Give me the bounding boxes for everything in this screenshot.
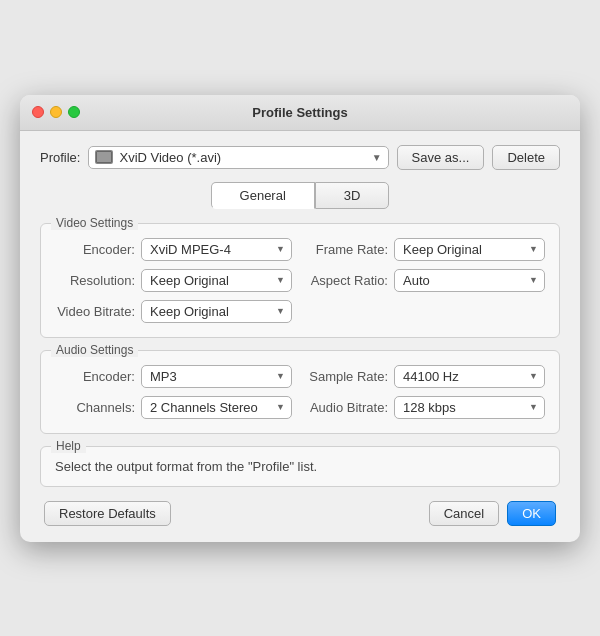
title-bar: Profile Settings — [20, 95, 580, 131]
maximize-button[interactable] — [68, 106, 80, 118]
encoder-row: Encoder: XviD MPEG-4 ▼ — [55, 238, 292, 261]
video-bitrate-label: Video Bitrate: — [55, 304, 135, 319]
save-as-button[interactable]: Save as... — [397, 145, 485, 170]
video-bitrate-row: Video Bitrate: Keep Original ▼ — [55, 300, 292, 323]
video-bitrate-select[interactable]: Keep Original ▼ — [141, 300, 292, 323]
audio-encoder-row: Encoder: MP3 ▼ — [55, 365, 292, 388]
minimize-button[interactable] — [50, 106, 62, 118]
channels-label: Channels: — [55, 400, 135, 415]
chevron-down-icon: ▼ — [372, 152, 382, 163]
tab-3d[interactable]: 3D — [315, 182, 390, 209]
video-bitrate-value: Keep Original — [150, 304, 272, 319]
channels-value: 2 Channels Stereo — [150, 400, 272, 415]
aspect-ratio-chevron-icon: ▼ — [529, 275, 538, 285]
audio-encoder-label: Encoder: — [55, 369, 135, 384]
resolution-row: Resolution: Keep Original ▼ — [55, 269, 292, 292]
audio-settings-section: Audio Settings Encoder: MP3 ▼ Sample Rat… — [40, 350, 560, 434]
frame-rate-row: Frame Rate: Keep Original ▼ — [308, 238, 545, 261]
frame-rate-value: Keep Original — [403, 242, 525, 257]
cancel-button[interactable]: Cancel — [429, 501, 499, 526]
audio-settings-grid: Encoder: MP3 ▼ Sample Rate: 44100 Hz ▼ C… — [55, 365, 545, 419]
profile-select[interactable]: XviD Video (*.avi) ▼ — [88, 146, 388, 169]
video-settings-grid: Encoder: XviD MPEG-4 ▼ Frame Rate: Keep … — [55, 238, 545, 323]
traffic-lights — [32, 106, 80, 118]
video-settings-title: Video Settings — [51, 216, 138, 230]
help-text: Select the output format from the "Profi… — [55, 459, 545, 474]
video-empty-cell — [308, 300, 545, 323]
help-section: Help Select the output format from the "… — [40, 446, 560, 487]
delete-button[interactable]: Delete — [492, 145, 560, 170]
window-title: Profile Settings — [252, 105, 347, 120]
aspect-ratio-select[interactable]: Auto ▼ — [394, 269, 545, 292]
tabs-row: General 3D — [40, 182, 560, 209]
bottom-right-buttons: Cancel OK — [429, 501, 556, 526]
audio-bitrate-chevron-icon: ▼ — [529, 402, 538, 412]
resolution-chevron-icon: ▼ — [276, 275, 285, 285]
frame-rate-select[interactable]: Keep Original ▼ — [394, 238, 545, 261]
audio-settings-title: Audio Settings — [51, 343, 138, 357]
profile-settings-window: Profile Settings Profile: XviD Video (*.… — [20, 95, 580, 542]
channels-row: Channels: 2 Channels Stereo ▼ — [55, 396, 292, 419]
profile-label: Profile: — [40, 150, 80, 165]
audio-bitrate-row: Audio Bitrate: 128 kbps ▼ — [308, 396, 545, 419]
video-bitrate-chevron-icon: ▼ — [276, 306, 285, 316]
content-area: Profile: XviD Video (*.avi) ▼ Save as...… — [20, 131, 580, 542]
sample-rate-label: Sample Rate: — [308, 369, 388, 384]
close-button[interactable] — [32, 106, 44, 118]
sample-rate-value: 44100 Hz — [403, 369, 525, 384]
aspect-ratio-value: Auto — [403, 273, 525, 288]
bottom-bar: Restore Defaults Cancel OK — [40, 501, 560, 526]
aspect-ratio-row: Aspect Ratio: Auto ▼ — [308, 269, 545, 292]
audio-encoder-value: MP3 — [150, 369, 272, 384]
video-settings-section: Video Settings Encoder: XviD MPEG-4 ▼ Fr… — [40, 223, 560, 338]
encoder-select[interactable]: XviD MPEG-4 ▼ — [141, 238, 292, 261]
audio-encoder-select[interactable]: MP3 ▼ — [141, 365, 292, 388]
frame-rate-chevron-icon: ▼ — [529, 244, 538, 254]
tab-general[interactable]: General — [211, 182, 315, 209]
sample-rate-select[interactable]: 44100 Hz ▼ — [394, 365, 545, 388]
aspect-ratio-label: Aspect Ratio: — [308, 273, 388, 288]
profile-value: XviD Video (*.avi) — [119, 150, 365, 165]
frame-rate-label: Frame Rate: — [308, 242, 388, 257]
resolution-label: Resolution: — [55, 273, 135, 288]
encoder-label: Encoder: — [55, 242, 135, 257]
resolution-value: Keep Original — [150, 273, 272, 288]
restore-defaults-button[interactable]: Restore Defaults — [44, 501, 171, 526]
encoder-chevron-icon: ▼ — [276, 244, 285, 254]
profile-row: Profile: XviD Video (*.avi) ▼ Save as...… — [40, 145, 560, 170]
sample-rate-row: Sample Rate: 44100 Hz ▼ — [308, 365, 545, 388]
resolution-select[interactable]: Keep Original ▼ — [141, 269, 292, 292]
audio-bitrate-value: 128 kbps — [403, 400, 525, 415]
profile-icon — [95, 150, 113, 164]
audio-bitrate-label: Audio Bitrate: — [308, 400, 388, 415]
channels-chevron-icon: ▼ — [276, 402, 285, 412]
audio-bitrate-select[interactable]: 128 kbps ▼ — [394, 396, 545, 419]
audio-encoder-chevron-icon: ▼ — [276, 371, 285, 381]
ok-button[interactable]: OK — [507, 501, 556, 526]
help-title: Help — [51, 439, 86, 453]
channels-select[interactable]: 2 Channels Stereo ▼ — [141, 396, 292, 419]
encoder-value: XviD MPEG-4 — [150, 242, 272, 257]
sample-rate-chevron-icon: ▼ — [529, 371, 538, 381]
